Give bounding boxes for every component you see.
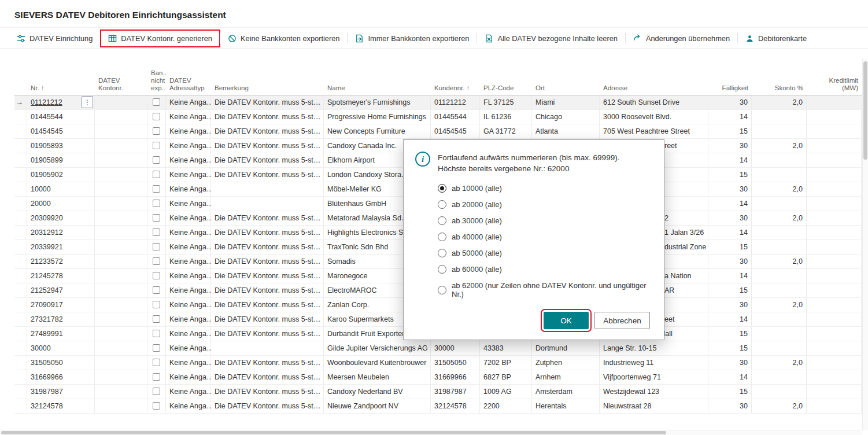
cell-faelligkeit[interactable]: 30 — [708, 211, 752, 225]
cell-faelligkeit[interactable]: 30 — [708, 356, 752, 370]
cell-ort[interactable]: Miami — [532, 95, 600, 109]
cell-bank-nicht-exp[interactable] — [147, 269, 166, 283]
cell-bemerkung[interactable]: Die DATEV Kontonr. muss 5-st… — [211, 283, 324, 297]
nr-value[interactable]: 01121212 — [31, 98, 62, 106]
radio-option-6[interactable]: ab 60000 (alle) — [438, 265, 650, 274]
radio-circle[interactable] — [438, 249, 446, 257]
cell-nr[interactable]: 01445544 — [27, 110, 95, 124]
cell-plz-code[interactable]: 2200 — [480, 399, 532, 413]
cell-skonto[interactable] — [752, 269, 807, 283]
cell-ort[interactable]: Chicago — [532, 110, 600, 124]
cell-datev-kontonr[interactable] — [95, 197, 147, 211]
nr-value[interactable]: 01445544 — [31, 113, 63, 121]
cell-datev-kontonr[interactable] — [95, 385, 147, 399]
cell-bank-nicht-exp[interactable] — [147, 298, 166, 312]
cell-skonto[interactable] — [752, 327, 807, 341]
cell-faelligkeit[interactable]: 15 — [708, 327, 752, 341]
toolbar-item-datev-einrichtung[interactable]: DATEV Einrichtung — [10, 31, 99, 46]
cell-datev-kontonr[interactable] — [95, 283, 147, 297]
cell-skonto[interactable] — [752, 226, 807, 239]
cell-ort[interactable]: Herentals — [532, 399, 600, 413]
cell-adressattyp[interactable]: Keine Anga… — [166, 327, 211, 341]
cell-name[interactable]: Spotsmeyer's Furnishings — [324, 95, 431, 109]
cell-nr[interactable]: 30000 — [27, 341, 95, 355]
cell-kreditlimit[interactable] — [807, 385, 862, 399]
vertical-scrollbar[interactable] — [862, 59, 868, 430]
cell-nr[interactable]: 20000 — [27, 197, 95, 211]
cell-skonto[interactable]: 2,0 — [752, 255, 807, 268]
cell-adressattyp[interactable]: Keine Anga… — [166, 139, 211, 153]
radio-option-1[interactable]: ab 10000 (alle) — [438, 184, 650, 193]
cell-datev-kontonr[interactable] — [95, 341, 147, 355]
cell-nr[interactable]: 27090917 — [27, 298, 95, 312]
cell-skonto[interactable]: 2,0 — [752, 399, 807, 413]
bank-nicht-exp-checkbox[interactable] — [153, 98, 160, 106]
cell-skonto[interactable] — [752, 283, 807, 297]
cell-kundennr[interactable]: 31987987 — [431, 385, 480, 399]
cell-datev-kontonr[interactable] — [95, 255, 147, 268]
cell-nr[interactable]: 01905902 — [27, 168, 95, 182]
cell-faelligkeit[interactable]: 30 — [708, 255, 752, 268]
cell-nr[interactable]: 01454545 — [27, 124, 95, 138]
cell-kundennr[interactable]: 01454545 — [431, 124, 480, 138]
cell-faelligkeit[interactable]: 14 — [708, 197, 752, 211]
radio-circle[interactable] — [438, 200, 446, 209]
cell-datev-kontonr[interactable] — [95, 312, 147, 326]
cell-kreditlimit[interactable] — [807, 226, 862, 239]
nr-value[interactable]: 21252947 — [31, 286, 63, 294]
cell-plz-code[interactable]: FL 37125 — [480, 95, 532, 109]
column-header-bank_nicht_exp[interactable]: Ban... nicht exp... — [147, 69, 166, 92]
cell-adressattyp[interactable]: Keine Anga… — [166, 356, 211, 370]
cell-datev-kontonr[interactable] — [95, 168, 147, 182]
cell-kreditlimit[interactable] — [807, 124, 862, 138]
cell-adressattyp[interactable]: Keine Anga… — [166, 341, 211, 355]
cell-ort[interactable]: Dortmund — [532, 341, 600, 355]
cell-adressattyp[interactable]: Keine Anga… — [166, 240, 211, 254]
cell-skonto[interactable] — [752, 385, 807, 399]
table-row[interactable]: 32124578Keine Anga…Die DATEV Kontonr. mu… — [14, 399, 862, 414]
cell-bemerkung[interactable]: Die DATEV Kontonr. muss 5-st… — [211, 139, 324, 153]
cell-kundennr[interactable]: 32124578 — [431, 399, 480, 413]
cell-faelligkeit[interactable]: 14 — [708, 226, 752, 239]
cell-adressattyp[interactable]: Keine Anga… — [166, 298, 211, 312]
cell-faelligkeit[interactable]: 30 — [708, 95, 752, 109]
cell-skonto[interactable] — [752, 110, 807, 124]
cell-bemerkung[interactable]: Die DATEV Kontonr. muss 5-st… — [211, 226, 324, 239]
cell-plz-code[interactable]: GA 31772 — [480, 124, 532, 138]
table-row[interactable]: 30000Keine Anga…Gilde Jupiter Versicheru… — [14, 341, 862, 356]
radio-option-7[interactable]: ab 62000 (nur Zeilen ohne DATEV Kontonr.… — [438, 281, 650, 298]
column-header-kundennr[interactable]: Kundennr. ↑ — [431, 84, 480, 92]
cell-name[interactable]: Gilde Jupiter Versicherungs AG — [324, 341, 431, 355]
cell-bank-nicht-exp[interactable] — [147, 226, 166, 239]
cell-nr[interactable]: 01905899 — [27, 153, 95, 167]
cell-nr[interactable]: 27321782 — [27, 312, 95, 326]
radio-circle[interactable] — [438, 265, 446, 274]
cell-bemerkung[interactable] — [211, 197, 324, 211]
cell-bank-nicht-exp[interactable] — [147, 327, 166, 341]
cell-faelligkeit[interactable]: 30 — [708, 399, 752, 413]
cell-faelligkeit[interactable]: 15 — [708, 385, 752, 399]
cell-adressattyp[interactable]: Keine Anga… — [166, 312, 211, 326]
cell-bank-nicht-exp[interactable] — [147, 110, 166, 124]
cell-name[interactable]: Meersen Meubelen — [324, 370, 431, 384]
cell-bemerkung[interactable]: Die DATEV Kontonr. muss 5-st… — [211, 385, 324, 399]
cell-bank-nicht-exp[interactable] — [147, 341, 166, 355]
bank-nicht-exp-checkbox[interactable] — [153, 228, 160, 236]
cell-bank-nicht-exp[interactable] — [147, 182, 166, 196]
bank-nicht-exp-checkbox[interactable] — [153, 257, 160, 265]
nr-value[interactable]: 21245278 — [31, 272, 63, 280]
bank-nicht-exp-checkbox[interactable] — [153, 344, 160, 352]
table-row[interactable]: 31669966Keine Anga…Die DATEV Kontonr. mu… — [14, 370, 862, 385]
cell-nr[interactable]: 31505050 — [27, 356, 95, 370]
column-header-adresse[interactable]: Adresse — [600, 84, 708, 92]
cell-adressattyp[interactable]: Keine Anga… — [166, 95, 211, 109]
cell-nr[interactable]: 32124578 — [27, 399, 95, 413]
nr-value[interactable]: 20312912 — [31, 228, 63, 237]
cell-bemerkung[interactable]: Die DATEV Kontonr. muss 5-st… — [211, 211, 324, 225]
ok-button[interactable]: OK — [544, 312, 589, 329]
cell-bank-nicht-exp[interactable] — [147, 255, 166, 268]
radio-option-4[interactable]: ab 40000 (alle) — [438, 233, 650, 241]
cell-bank-nicht-exp[interactable] — [147, 168, 166, 182]
cell-kundennr[interactable]: 31505050 — [431, 356, 480, 370]
table-row[interactable]: 01445544Keine Anga…Die DATEV Kontonr. mu… — [14, 110, 862, 124]
